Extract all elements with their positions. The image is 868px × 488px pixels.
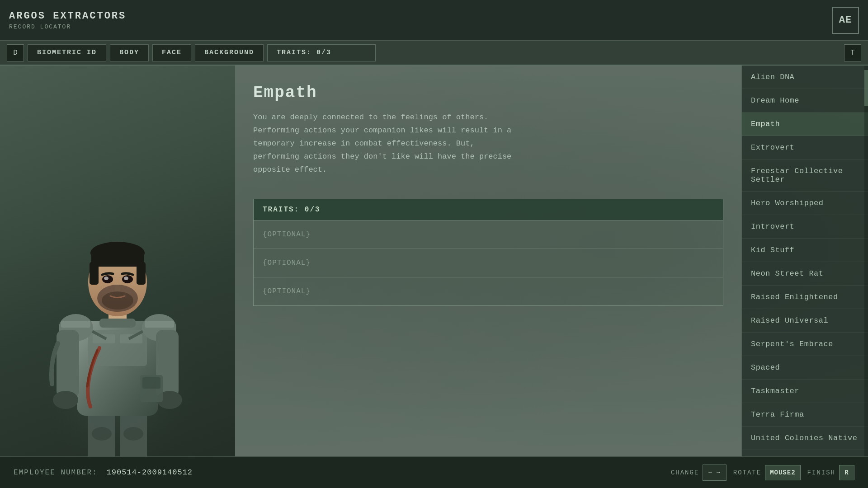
info-panel: Empath You are deeply connected to the f…	[235, 66, 741, 456]
traits-box: TRAITS: 0/3 {OPTIONAL} {OPTIONAL} {OPTIO…	[253, 199, 723, 306]
scroll-thumb	[864, 70, 868, 106]
trait-list-item[interactable]: Raised Universal	[742, 309, 868, 333]
svg-rect-26	[91, 253, 144, 267]
trait-list-item[interactable]: Kid Stuff	[742, 239, 868, 262]
nav-left-btn[interactable]: D	[7, 44, 24, 61]
change-btn[interactable]: ← →	[703, 465, 726, 481]
bottom-bar: EMPLOYEE NUMBER: 190514-2009140512 CHANG…	[0, 456, 868, 488]
tab-body[interactable]: BODY	[110, 44, 149, 61]
tab-traits[interactable]: TRAITS: 0/3	[267, 44, 376, 61]
change-group: CHANGE ← →	[671, 465, 726, 481]
trait-description: You are deeply connected to the feelings…	[253, 111, 524, 176]
finish-label: FINISH	[807, 469, 835, 476]
ae-logo: AE	[832, 7, 859, 34]
t-key-label: T	[850, 49, 855, 57]
svg-rect-17	[145, 321, 174, 328]
trait-list-item[interactable]: Raised Enlightened	[742, 286, 868, 309]
top-bar: ARGOS EXTRACTORS RECORD LOCATOR AE	[0, 0, 868, 41]
svg-point-4	[123, 427, 143, 441]
change-label: CHANGE	[671, 469, 699, 476]
trait-title: Empath	[253, 84, 723, 102]
rotate-key[interactable]: MOUSE2	[765, 465, 800, 480]
rotate-label: ROTATE	[733, 469, 761, 476]
svg-rect-27	[90, 262, 99, 285]
bottom-actions: CHANGE ← → ROTATE MOUSE2 FINISH R	[671, 465, 854, 481]
svg-point-20	[53, 391, 78, 409]
trait-list-item[interactable]: Neon Street Rat	[742, 262, 868, 286]
trait-list-item[interactable]: Introvert	[742, 215, 868, 239]
tab-background[interactable]: BACKGROUND	[195, 44, 264, 61]
employee-number: 190514-2009140512	[107, 468, 193, 477]
trait-slot-3[interactable]: {OPTIONAL}	[254, 277, 723, 305]
employee-label: EMPLOYEE NUMBER:	[14, 469, 98, 477]
trait-slot-1[interactable]: {OPTIONAL}	[254, 220, 723, 249]
finish-key[interactable]: R	[839, 465, 854, 480]
nav-bar: D BIOMETRIC ID BODY FACE BACKGROUND TRAI…	[0, 41, 868, 66]
company-info: ARGOS EXTRACTORS RECORD LOCATOR	[0, 0, 208, 40]
main-content: Empath You are deeply connected to the f…	[0, 66, 868, 456]
svg-point-34	[102, 291, 133, 310]
record-locator: RECORD LOCATOR	[9, 23, 199, 30]
svg-rect-18	[57, 330, 79, 398]
trait-list-item[interactable]: Alien DNA	[742, 66, 868, 89]
tab-biometric[interactable]: BIOMETRIC ID	[28, 44, 106, 61]
nav-right-btn[interactable]: T	[844, 44, 861, 61]
trait-list-item[interactable]: Spaced	[742, 356, 868, 380]
d-key-label: D	[13, 49, 18, 57]
svg-rect-16	[61, 321, 90, 328]
logo-area: AE	[832, 0, 868, 40]
trait-list-item[interactable]: United Colonies Native	[742, 427, 868, 450]
trait-list-item[interactable]: Serpent's Embrace	[742, 333, 868, 356]
scroll-indicator	[864, 66, 868, 456]
svg-point-32	[124, 277, 128, 280]
right-panel[interactable]: Alien DNADream HomeEmpathExtrovertFreest…	[741, 66, 868, 456]
trait-list: Alien DNADream HomeEmpathExtrovertFreest…	[742, 66, 868, 450]
traits-header: TRAITS: 0/3	[254, 199, 723, 220]
company-name: ARGOS EXTRACTORS	[9, 10, 199, 22]
trait-list-item[interactable]: Terra Firma	[742, 403, 868, 427]
svg-rect-36	[142, 377, 160, 389]
trait-list-item[interactable]: Dream Home	[742, 89, 868, 113]
trait-list-item[interactable]: Empath	[742, 113, 868, 136]
trait-list-item[interactable]: Taskmaster	[742, 380, 868, 403]
character-svg	[9, 203, 226, 456]
character-figure	[9, 203, 226, 456]
trait-list-item[interactable]: Freestar Collective Settler	[742, 160, 868, 192]
svg-point-3	[92, 427, 112, 441]
rotate-group: ROTATE MOUSE2	[733, 465, 801, 480]
svg-rect-28	[137, 262, 146, 285]
character-viewport	[0, 66, 235, 456]
finish-group: FINISH R	[807, 465, 854, 480]
trait-list-item[interactable]: Extrovert	[742, 136, 868, 160]
trait-slot-2[interactable]: {OPTIONAL}	[254, 249, 723, 277]
svg-point-31	[104, 277, 108, 280]
trait-list-item[interactable]: Hero Worshipped	[742, 192, 868, 215]
tab-face[interactable]: FACE	[152, 44, 191, 61]
svg-rect-23	[99, 319, 136, 328]
